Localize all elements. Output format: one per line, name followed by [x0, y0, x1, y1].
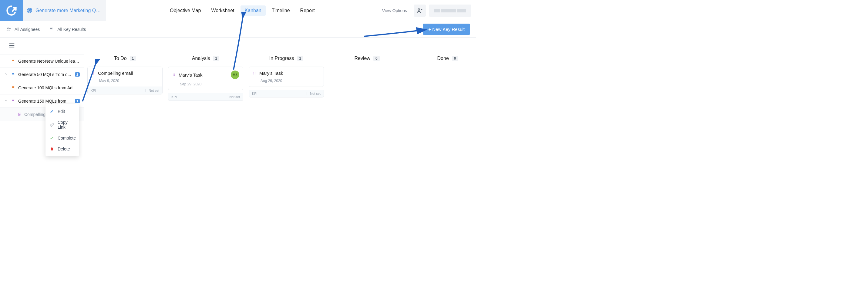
card[interactable]: Mary's Task Aug 26, 2020	[249, 67, 324, 87]
menu-copy-link[interactable]: Copy Link	[45, 117, 79, 121]
card-title: Compelling email	[98, 71, 159, 76]
filter-assignees-label: All Assignees	[14, 27, 40, 32]
hamburger-icon	[8, 42, 15, 49]
chevron-right-icon	[4, 72, 9, 77]
pencil-icon	[50, 109, 54, 113]
card-date: Sep 29, 2020	[172, 82, 239, 86]
flag-icon	[11, 99, 16, 103]
svg-point-19	[253, 72, 254, 73]
svg-point-22	[255, 73, 255, 74]
sidebar-item-label: Generate 50 MQLs from o...	[18, 72, 72, 77]
sidebar-item-label: Generate Net-New Unique leads...	[18, 59, 80, 64]
app-logo[interactable]	[0, 0, 23, 21]
menu-item-label: Copy Link	[58, 120, 74, 121]
card[interactable]: Compelling email May 9, 2020 KPI Not set	[87, 67, 162, 95]
nav-tabs: Objective Map Worksheet Kanban Timeline …	[106, 5, 378, 16]
tab-objective-map[interactable]: Objective Map	[165, 5, 205, 16]
svg-point-4	[8, 28, 9, 29]
flag-icon	[11, 59, 16, 63]
flag-icon	[11, 86, 16, 90]
svg-point-12	[93, 74, 94, 74]
card[interactable]: Marv's Task MZ Sep 29, 2020	[168, 67, 243, 90]
svg-point-15	[173, 74, 174, 75]
column-title: In Progress	[269, 56, 294, 61]
svg-point-8	[93, 72, 94, 73]
people-button[interactable]	[414, 4, 426, 16]
people-icon	[416, 7, 423, 14]
card-kpi-status: Not set	[226, 95, 240, 99]
count-badge: 2	[75, 72, 80, 77]
people-icon	[6, 27, 11, 32]
svg-point-7	[92, 72, 93, 73]
card-date: May 9, 2020	[91, 79, 159, 83]
tab-timeline[interactable]: Timeline	[268, 5, 294, 16]
hamburger-menu[interactable]	[8, 42, 15, 50]
filter-key-results[interactable]: All Key Results	[50, 27, 86, 32]
breadcrumb-text: Generate more Marketing Qua...	[35, 8, 102, 13]
tab-worksheet[interactable]: Worksheet	[207, 5, 238, 16]
card-date: Aug 26, 2020	[253, 79, 320, 83]
context-menu: Edit Copy Link Complete Delete	[45, 104, 79, 121]
menu-item-label: Edit	[58, 109, 65, 114]
avatar: MZ	[231, 71, 239, 79]
svg-point-11	[92, 74, 93, 74]
svg-point-18	[174, 75, 175, 76]
column-analysis: Analysis 1 Marv's Task MZ Sep 29, 2020 K…	[168, 56, 243, 118]
column-review: Review 0	[329, 56, 405, 118]
drag-handle-icon[interactable]	[91, 71, 95, 75]
card-title: Mary's Task	[259, 71, 320, 76]
menu-edit[interactable]: Edit	[45, 106, 79, 117]
card-kpi-status: Not set	[307, 92, 320, 95]
svg-point-10	[93, 73, 94, 74]
card-kpi-label: KPI	[252, 92, 307, 95]
svg-point-24	[255, 74, 255, 74]
document-icon	[18, 112, 22, 116]
tab-kanban[interactable]: Kanban	[241, 5, 266, 16]
svg-point-14	[174, 74, 175, 74]
sidebar-item-50-mqls[interactable]: Generate 50 MQLs from o... 2	[0, 68, 84, 81]
card-kpi-label: KPI	[91, 89, 145, 92]
svg-point-23	[253, 74, 254, 74]
svg-point-21	[253, 73, 254, 74]
sidebar-item-100-mqls[interactable]: Generate 100 MQLs from AdWo...	[0, 81, 84, 95]
svg-point-16	[174, 74, 175, 75]
column-count: 1	[213, 56, 219, 61]
column-done: Done 0	[410, 56, 476, 118]
column-title: To Do	[114, 56, 127, 61]
user-profile[interactable]	[429, 4, 471, 16]
svg-point-17	[173, 75, 174, 76]
column-todo: To Do 1 Compelling email May 9, 2020 KPI…	[87, 56, 162, 118]
column-title: Review	[354, 56, 370, 61]
target-icon	[26, 7, 32, 13]
card-kpi-label: KPI	[172, 95, 226, 99]
new-key-result-button[interactable]: + New Key Result	[423, 24, 470, 35]
filter-key-results-label: All Key Results	[57, 27, 86, 32]
sidebar-item-label: Generate 150 MQLs from	[18, 99, 72, 104]
column-title: Analysis	[192, 56, 210, 61]
sidebar-item-label: Generate 100 MQLs from AdWo...	[18, 85, 80, 90]
column-count: 0	[452, 56, 458, 61]
column-title: Done	[437, 56, 449, 61]
column-count: 1	[130, 56, 136, 61]
svg-point-3	[418, 8, 420, 10]
view-options-button[interactable]: View Options	[378, 6, 411, 15]
svg-point-20	[255, 72, 255, 73]
filter-assignees[interactable]: All Assignees	[6, 27, 40, 32]
card-title: Marv's Task	[179, 72, 228, 77]
drag-handle-icon[interactable]	[253, 71, 256, 75]
count-badge: 1	[75, 99, 80, 103]
svg-point-9	[92, 73, 93, 74]
svg-point-13	[173, 74, 174, 74]
column-count: 0	[373, 56, 380, 61]
chevron-down-icon	[4, 99, 9, 104]
column-count: 1	[297, 56, 304, 61]
kanban-board: To Do 1 Compelling email May 9, 2020 KPI…	[84, 38, 476, 121]
drag-handle-icon[interactable]	[172, 73, 176, 77]
tab-report[interactable]: Report	[296, 5, 319, 16]
svg-point-5	[9, 28, 10, 29]
svg-point-2	[29, 10, 30, 11]
sidebar-item-net-new[interactable]: Generate Net-New Unique leads...	[0, 55, 84, 68]
flag-icon	[11, 72, 16, 77]
breadcrumb[interactable]: Generate more Marketing Qua...	[23, 0, 106, 21]
column-in-progress: In Progress 1 Mary's Task Aug 26, 2020 K…	[249, 56, 324, 118]
